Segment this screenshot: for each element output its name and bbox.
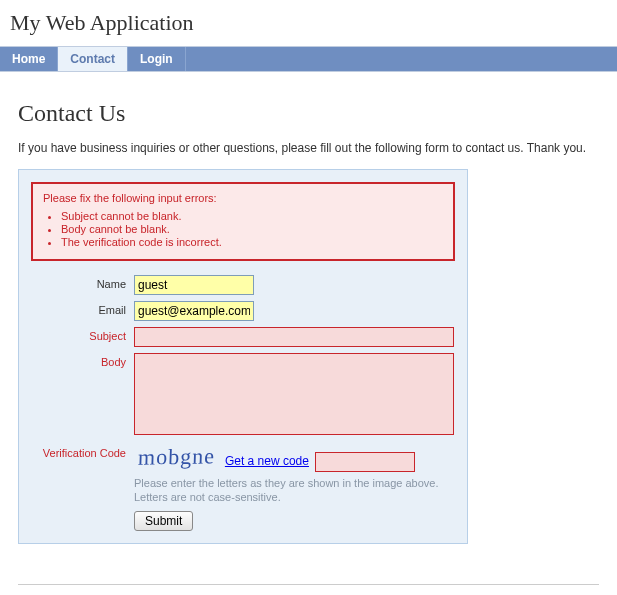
error-item: Body cannot be blank.: [61, 223, 443, 235]
body-field[interactable]: [134, 353, 454, 435]
error-item: The verification code is incorrect.: [61, 236, 443, 248]
submit-button[interactable]: Submit: [134, 511, 193, 531]
captcha-label: Verification Code: [31, 444, 134, 505]
name-label: Name: [31, 275, 134, 295]
email-label: Email: [31, 301, 134, 321]
nav-contact[interactable]: Contact: [58, 47, 128, 71]
captcha-refresh-link[interactable]: Get a new code: [225, 454, 309, 468]
captcha-field[interactable]: [315, 452, 415, 472]
page-title: Contact Us: [18, 100, 599, 127]
footer: Copyright © 2008 by My Company. All Righ…: [18, 584, 599, 595]
captcha-image: mobgne: [133, 443, 219, 472]
intro-text: If you have business inquiries or other …: [18, 141, 599, 155]
error-heading: Please fix the following input errors:: [43, 192, 443, 204]
subject-field[interactable]: [134, 327, 454, 347]
body-label: Body: [31, 353, 134, 438]
error-item: Subject cannot be blank.: [61, 210, 443, 222]
contact-form: Please fix the following input errors: S…: [18, 169, 468, 544]
app-title: My Web Application: [10, 10, 617, 36]
captcha-hint: Please enter the letters as they are sho…: [134, 476, 455, 505]
nav-login[interactable]: Login: [128, 47, 186, 71]
email-field[interactable]: [134, 301, 254, 321]
nav-home[interactable]: Home: [0, 47, 58, 71]
main-nav: Home Contact Login: [0, 46, 617, 72]
error-summary: Please fix the following input errors: S…: [31, 182, 455, 261]
subject-label: Subject: [31, 327, 134, 347]
name-field[interactable]: [134, 275, 254, 295]
